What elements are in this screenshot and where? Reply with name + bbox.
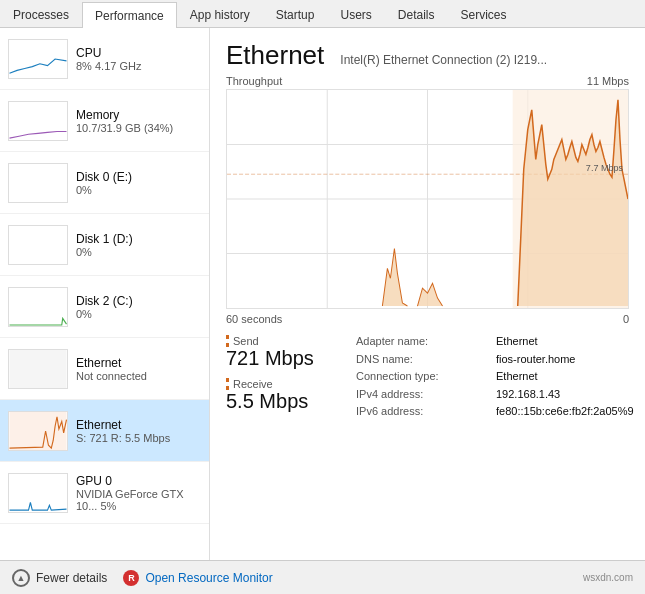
sidebar-item-gpu0[interactable]: GPU 0 NVIDIA GeForce GTX 10... 5% xyxy=(0,462,209,524)
cpu-title: CPU xyxy=(76,46,201,60)
adapter-label: Adapter name: xyxy=(356,335,496,351)
ethernet-nc-sub: Not connected xyxy=(76,370,201,382)
info-section: Send 721 Mbps Receive 5.5 Mbps Adapter n… xyxy=(226,335,629,421)
time-left-label: 60 seconds xyxy=(226,313,282,325)
chevron-up-icon: ▲ xyxy=(12,569,30,587)
memory-sub: 10.7/31.9 GB (34%) xyxy=(76,122,201,134)
send-label: Send xyxy=(226,335,346,347)
cpu-sub: 8% 4.17 GHz xyxy=(76,60,201,72)
disk1-mini-chart xyxy=(8,225,68,265)
gpu0-title: GPU 0 xyxy=(76,474,201,488)
disk0-title: Disk 0 (E:) xyxy=(76,170,201,184)
disk2-title: Disk 2 (C:) xyxy=(76,294,201,308)
ethernet-active-mini-chart xyxy=(8,411,68,451)
disk1-title: Disk 1 (D:) xyxy=(76,232,201,246)
gpu0-mini-chart xyxy=(8,473,68,513)
gpu0-sub: NVIDIA GeForce GTX 10... 5% xyxy=(76,488,201,512)
sidebar-item-disk2[interactable]: Disk 2 (C:) 0% xyxy=(0,276,209,338)
sidebar-item-disk0[interactable]: Disk 0 (E:) 0% xyxy=(0,152,209,214)
throughput-row: Throughput 11 Mbps xyxy=(226,75,629,87)
sidebar-item-ethernet-nc[interactable]: Ethernet Not connected xyxy=(0,338,209,400)
sidebar-item-memory[interactable]: Memory 10.7/31.9 GB (34%) xyxy=(0,90,209,152)
disk0-mini-chart xyxy=(8,163,68,203)
tab-services[interactable]: Services xyxy=(448,1,520,27)
recv-block: Receive 5.5 Mbps xyxy=(226,378,346,413)
watermark: wsxdn.com xyxy=(583,572,633,583)
ethernet-nc-title: Ethernet xyxy=(76,356,201,370)
throughput-label: Throughput xyxy=(226,75,282,87)
conn-value: Ethernet xyxy=(496,370,634,386)
throughput-graph: 7.7 Mbps xyxy=(227,90,628,308)
graph-time-row: 60 seconds 0 xyxy=(226,313,629,325)
svg-rect-1 xyxy=(10,226,67,264)
recv-value: 5.5 Mbps xyxy=(226,390,346,413)
dns-label: DNS name: xyxy=(356,353,496,369)
throughput-max: 11 Mbps xyxy=(587,75,629,87)
svg-rect-0 xyxy=(10,164,67,202)
disk1-sub: 0% xyxy=(76,246,201,258)
tab-performance[interactable]: Performance xyxy=(82,2,177,28)
ethernet-nc-mini-chart xyxy=(8,349,68,389)
open-monitor-label: Open Resource Monitor xyxy=(145,571,272,585)
sidebar: CPU 8% 4.17 GHz Memory 10.7/31.9 GB (34%… xyxy=(0,28,210,560)
main-content: CPU 8% 4.17 GHz Memory 10.7/31.9 GB (34%… xyxy=(0,28,645,560)
send-block: Send 721 Mbps xyxy=(226,335,346,370)
panel-title: Ethernet xyxy=(226,40,324,71)
tab-users[interactable]: Users xyxy=(327,1,384,27)
sidebar-item-cpu[interactable]: CPU 8% 4.17 GHz xyxy=(0,28,209,90)
dns-value: fios-router.home xyxy=(496,353,634,369)
tab-app-history[interactable]: App history xyxy=(177,1,263,27)
ethernet-active-sub: S: 721 R: 5.5 Mbps xyxy=(76,432,201,444)
svg-marker-3 xyxy=(10,412,67,450)
ipv4-value: 192.168.1.43 xyxy=(496,388,634,404)
bottom-bar: ▲ Fewer details R Open Resource Monitor … xyxy=(0,560,645,594)
ipv6-value: fe80::15b:ce6e:fb2f:2a05%9 xyxy=(496,405,634,421)
graph-container: 7.7 Mbps xyxy=(226,89,629,309)
memory-mini-chart xyxy=(8,101,68,141)
send-value: 721 Mbps xyxy=(226,347,346,370)
disk0-sub: 0% xyxy=(76,184,201,196)
details-table: Adapter name: Ethernet DNS name: fios-ro… xyxy=(356,335,634,421)
recv-label: Receive xyxy=(226,378,346,390)
panel-subtitle: Intel(R) Ethernet Connection (2) I219... xyxy=(340,53,547,67)
panel-header: Ethernet Intel(R) Ethernet Connection (2… xyxy=(226,40,629,71)
ipv4-label: IPv4 address: xyxy=(356,388,496,404)
fewer-details-label: Fewer details xyxy=(36,571,107,585)
svg-marker-13 xyxy=(417,283,442,306)
disk2-mini-chart xyxy=(8,287,68,327)
adapter-value: Ethernet xyxy=(496,335,634,351)
time-right-label: 0 xyxy=(623,313,629,325)
sidebar-item-ethernet-active[interactable]: Ethernet S: 721 R: 5.5 Mbps xyxy=(0,400,209,462)
sidebar-item-disk1[interactable]: Disk 1 (D:) 0% xyxy=(0,214,209,276)
send-recv-panel: Send 721 Mbps Receive 5.5 Mbps xyxy=(226,335,346,421)
cpu-mini-chart xyxy=(8,39,68,79)
memory-title: Memory xyxy=(76,108,201,122)
disk2-sub: 0% xyxy=(76,308,201,320)
tab-startup[interactable]: Startup xyxy=(263,1,328,27)
conn-label: Connection type: xyxy=(356,370,496,386)
resource-monitor-icon: R xyxy=(123,570,139,586)
fewer-details-button[interactable]: ▲ Fewer details xyxy=(12,569,107,587)
open-resource-monitor-button[interactable]: R Open Resource Monitor xyxy=(123,570,272,586)
right-panel: Ethernet Intel(R) Ethernet Connection (2… xyxy=(210,28,645,560)
tab-processes[interactable]: Processes xyxy=(0,1,82,27)
svg-text:7.7 Mbps: 7.7 Mbps xyxy=(586,163,624,173)
ipv6-label: IPv6 address: xyxy=(356,405,496,421)
svg-rect-2 xyxy=(10,350,67,388)
tab-bar: Processes Performance App history Startu… xyxy=(0,0,645,28)
ethernet-active-title: Ethernet xyxy=(76,418,201,432)
tab-details[interactable]: Details xyxy=(385,1,448,27)
